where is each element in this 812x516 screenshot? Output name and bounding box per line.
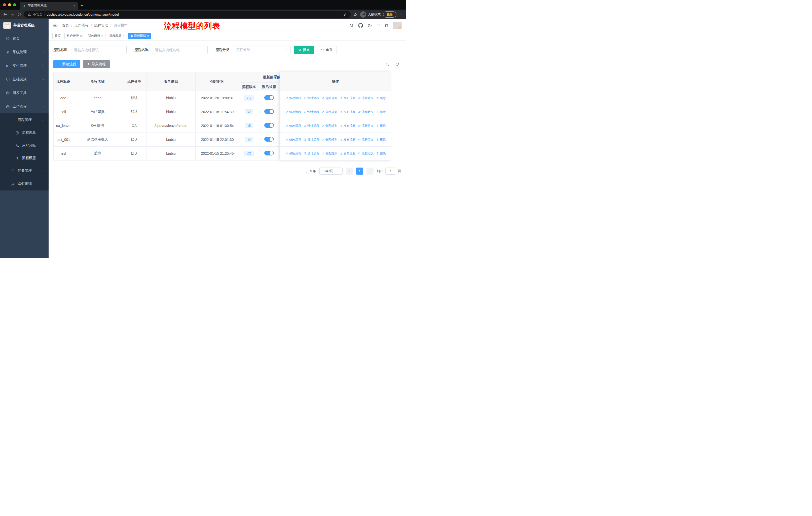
sidebar-item-home[interactable]: 首页 (0, 32, 49, 45)
breadcrumb-home[interactable]: 首页 (62, 23, 69, 28)
cell-form-link[interactable]: biubiu (146, 105, 196, 119)
tag-my-process[interactable]: 我的流程 × (86, 33, 106, 39)
action-process-definition[interactable]: 流程定义 (358, 152, 374, 156)
action-modify-process[interactable]: 修改流程 (285, 96, 301, 100)
update-button[interactable]: 更新 (383, 11, 397, 18)
action-design-process[interactable]: 设计流程 (303, 124, 319, 128)
security-label[interactable]: 不安全 (33, 12, 42, 17)
show-search-icon[interactable] (385, 62, 389, 66)
sidebar-item-system[interactable]: 系统管理 (0, 45, 49, 59)
action-design-process[interactable]: 设计流程 (303, 96, 319, 100)
new-tab-button[interactable]: + (81, 3, 83, 8)
tab-close-icon[interactable]: × (74, 4, 76, 8)
close-icon[interactable]: × (147, 34, 149, 38)
action-publish-process[interactable]: 发布流程 (340, 124, 356, 128)
action-delete[interactable]: 删除 (376, 138, 386, 142)
browser-menu-icon[interactable]: ⋮ (399, 12, 403, 17)
cell-form-link[interactable]: biubiu (146, 91, 196, 105)
close-icon[interactable]: × (80, 34, 82, 38)
tag-home[interactable]: 首页 (52, 33, 63, 39)
forward-icon[interactable] (10, 12, 14, 17)
action-delete[interactable]: 删除 (376, 124, 386, 128)
cell-process-name-link[interactable]: OA 请假 (73, 119, 122, 133)
action-publish-process[interactable]: 发布流程 (340, 138, 356, 142)
cell-form-link[interactable]: biubiu (146, 133, 196, 147)
action-publish-process[interactable]: 发布流程 (340, 152, 356, 156)
sidebar-item-process-model[interactable]: 流程模型 (0, 152, 49, 164)
action-assign-rule[interactable]: 分配规则 (322, 124, 338, 128)
search-icon[interactable] (349, 23, 354, 28)
create-process-button[interactable]: 新建流程 (53, 60, 80, 68)
action-assign-rule[interactable]: 分配规则 (322, 110, 338, 114)
action-publish-process[interactable]: 发布流程 (340, 110, 356, 114)
action-delete[interactable]: 删除 (376, 152, 386, 156)
url-text[interactable]: dashboard.yudao.iocoder.cn/bpm/manager/m… (47, 12, 341, 17)
action-modify-process[interactable]: 修改流程 (285, 124, 301, 128)
search-button[interactable]: 搜索 (294, 46, 314, 54)
reload-icon[interactable] (17, 12, 21, 17)
action-modify-process[interactable]: 修改流程 (285, 138, 301, 142)
active-toggle[interactable] (264, 137, 274, 142)
minimize-window-button[interactable] (8, 3, 11, 6)
sidebar-item-task-management[interactable]: 任务管理 (0, 164, 49, 178)
close-icon[interactable]: × (102, 34, 104, 38)
tag-process-form[interactable]: 流程表单 × (107, 33, 127, 39)
sidebar-collapse-icon[interactable] (53, 23, 58, 28)
active-toggle[interactable] (264, 151, 274, 156)
bookmark-star-icon[interactable] (353, 12, 357, 17)
action-assign-rule[interactable]: 分配规则 (322, 96, 338, 100)
reset-button[interactable]: 重置 (317, 46, 337, 54)
sidebar-item-payment[interactable]: ¥ 支付管理 (0, 59, 49, 73)
page-number-button[interactable]: 1 (356, 167, 363, 174)
password-key-icon[interactable] (343, 12, 347, 17)
action-design-process[interactable]: 设计流程 (303, 152, 319, 156)
active-toggle[interactable] (264, 109, 274, 114)
close-icon[interactable]: × (123, 34, 124, 38)
font-size-icon[interactable]: tT (385, 23, 388, 28)
tag-tenant[interactable]: 租户管理 × (64, 33, 84, 39)
action-delete[interactable]: 删除 (376, 96, 386, 100)
action-assign-rule[interactable]: 分配规则 (322, 152, 338, 156)
action-design-process[interactable]: 设计流程 (303, 138, 319, 142)
sidebar-item-infrastructure[interactable]: 基础设施 (0, 73, 49, 86)
refresh-icon[interactable] (395, 62, 399, 66)
cell-form-link[interactable]: biubiu (146, 147, 196, 161)
browser-tab[interactable]: 芋道管理系统 × (20, 2, 78, 9)
category-select[interactable]: 流程分类 (233, 46, 291, 54)
cell-process-name-link[interactable]: 滔博 (73, 147, 122, 161)
active-toggle[interactable] (264, 95, 274, 100)
cell-process-name-link[interactable]: 自己审批 (73, 105, 122, 119)
sidebar-item-user-group[interactable]: 用户分组 (0, 139, 49, 152)
back-icon[interactable] (3, 12, 7, 17)
prev-page-button[interactable] (346, 167, 353, 174)
next-page-button[interactable] (367, 167, 374, 174)
action-modify-process[interactable]: 修改流程 (285, 110, 301, 114)
help-icon[interactable] (368, 23, 372, 28)
process-name-input[interactable] (152, 46, 208, 54)
close-window-button[interactable] (3, 3, 6, 6)
action-process-definition[interactable]: 流程定义 (358, 124, 374, 128)
action-design-process[interactable]: 设计流程 (303, 110, 319, 114)
cell-process-name-link[interactable]: 测试多审批人 (73, 133, 122, 147)
sidebar-item-process-management[interactable]: 流程管理 (0, 113, 49, 127)
breadcrumb-workflow[interactable]: 工作流程 (75, 23, 89, 28)
user-avatar[interactable] (393, 22, 402, 29)
import-process-button[interactable]: 导入流程 (83, 60, 110, 68)
app-logo[interactable]: 芋道管理系统 (0, 19, 49, 32)
process-id-input[interactable] (71, 46, 126, 54)
active-toggle[interactable] (264, 123, 274, 128)
action-process-definition[interactable]: 流程定义 (358, 96, 374, 100)
fullscreen-icon[interactable] (376, 23, 381, 28)
cell-process-name-link[interactable]: eeee (73, 91, 122, 105)
zoom-window-button[interactable] (13, 3, 16, 6)
breadcrumb-process-management[interactable]: 流程管理 (94, 23, 108, 28)
page-size-select[interactable]: 10条/页 (319, 167, 343, 174)
address-bar[interactable]: 不安全 dashboard.yudao.iocoder.cn/bpm/manag… (24, 11, 351, 18)
sidebar-item-leave-query[interactable]: 请假查询 (0, 178, 49, 190)
github-icon[interactable] (358, 23, 363, 28)
action-process-definition[interactable]: 流程定义 (358, 138, 374, 142)
sidebar-item-process-form[interactable]: 流程表单 (0, 127, 49, 139)
goto-page-input[interactable] (385, 167, 396, 174)
action-process-definition[interactable]: 流程定义 (358, 110, 374, 114)
cell-form-link[interactable]: /bpm/oa/leave/create (146, 119, 196, 133)
